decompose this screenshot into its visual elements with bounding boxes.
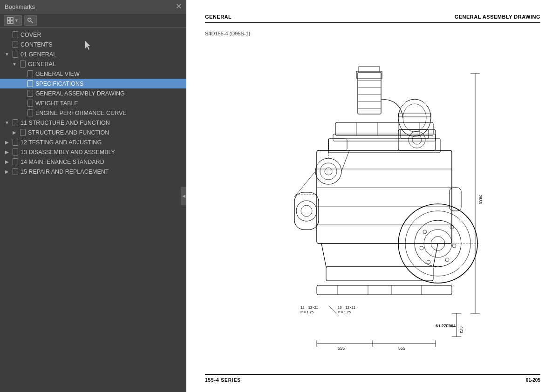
bookmark-item-structure-function-sub[interactable]: STRUCTURE AND FUNCTION (0, 128, 186, 137)
svg-point-62 (320, 163, 337, 180)
bookmark-label-general-assembly-drawing: GENERAL ASSEMBLY DRAWING (35, 90, 125, 97)
bookmark-label-general-sub: GENERAL (28, 61, 56, 68)
bookmark-label-cover: COVER (20, 32, 41, 38)
svg-rect-71 (450, 188, 461, 211)
svg-point-58 (427, 260, 430, 264)
bookmark-icon-specifications (27, 80, 33, 87)
bookmark-icon-engine-performance-curve (27, 109, 33, 116)
bookmark-item-general-sub[interactable]: GENERAL (0, 59, 186, 69)
grid-icon (7, 17, 14, 24)
bookmark-label-general-view: GENERAL VIEW (35, 71, 80, 77)
document-view: GENERAL GENERAL ASSEMBLY DRAWING S4D155-… (186, 0, 559, 392)
bookmark-item-weight-table[interactable]: WEIGHT TABLE (0, 98, 186, 108)
doc-drawing-area: 2833 472 555 555 (205, 42, 540, 371)
bookmark-item-engine-performance-curve[interactable]: ENGINE PERFORMANCE CURVE (0, 108, 186, 118)
svg-point-48 (301, 205, 312, 216)
svg-text:555: 555 (398, 346, 405, 351)
bookmark-icon-cover (13, 31, 18, 38)
svg-text:2833: 2833 (478, 195, 483, 204)
svg-rect-2 (7, 21, 10, 23)
close-button[interactable]: ✕ (176, 3, 182, 10)
bookmark-item-11-structure-function[interactable]: 11 STRUCTURE AND FUNCTION (0, 118, 186, 128)
svg-text:P = 1.75: P = 1.75 (338, 310, 351, 314)
bookmarks-panel: Bookmarks ✕ ▼ COVERCONTENTS0 (0, 0, 186, 392)
doc-footer-series: 155-4 SERIES (205, 378, 241, 383)
panel-collapse-handle[interactable] (181, 187, 186, 205)
svg-rect-41 (335, 122, 433, 135)
svg-rect-1 (11, 18, 13, 20)
bookmark-item-01-general[interactable]: 01 GENERAL (0, 49, 186, 59)
bookmark-arrow-14-maintenance-standard (4, 159, 10, 164)
panel-toolbar: ▼ (0, 14, 186, 28)
bookmark-label-01-general: 01 GENERAL (20, 51, 56, 58)
bookmark-item-14-maintenance-standard[interactable]: 14 MAINTENANCE STANDARD (0, 157, 186, 167)
bookmark-item-cover[interactable]: COVER (0, 30, 186, 40)
bookmark-label-14-maintenance-standard: 14 MAINTENANCE STANDARD (20, 159, 104, 165)
svg-line-5 (31, 21, 33, 23)
bookmark-icon-11-structure-function (13, 119, 18, 126)
bookmark-tree: COVERCONTENTS01 GENERALGENERALGENERAL VI… (0, 28, 186, 392)
bookmark-arrow-general-sub (11, 61, 18, 67)
svg-text:16 – 12×21: 16 – 12×21 (338, 305, 355, 310)
bookmark-label-13-disassembly-assembly: 13 DISASSEMBLY AND ASSEMBLY (20, 149, 115, 155)
bookmark-label-engine-performance-curve: ENGINE PERFORMANCE CURVE (35, 110, 127, 116)
bookmark-arrow-13-disassembly-assembly (4, 149, 10, 155)
bookmark-label-15-repair-replacement: 15 REPAIR AND REPLACEMENT (20, 169, 109, 175)
svg-point-69 (409, 131, 425, 148)
bookmark-icon-weight-table (27, 100, 33, 107)
search-bookmark-button[interactable] (24, 15, 37, 26)
bookmark-icon-contents (13, 41, 18, 48)
bookmark-icon-13-disassembly-assembly (13, 149, 18, 155)
doc-footer-page: 01-205 (526, 378, 540, 383)
svg-point-61 (315, 158, 341, 184)
svg-point-56 (452, 244, 456, 248)
svg-point-31 (403, 104, 426, 132)
bookmark-label-contents: CONTENTS (20, 41, 53, 48)
bookmark-label-12-testing-adjusting: 12 TESTING AND ADJUSTING (20, 139, 102, 146)
svg-point-60 (423, 230, 427, 234)
svg-point-59 (420, 246, 423, 250)
svg-line-65 (294, 171, 315, 197)
svg-text:12 – 12×21: 12 – 12×21 (300, 305, 318, 310)
svg-text:6 I 27F004: 6 I 27F004 (436, 324, 456, 328)
svg-point-30 (398, 99, 431, 136)
document-page: GENERAL GENERAL ASSEMBLY DRAWING S4D155-… (186, 0, 559, 392)
bookmark-icon-12-testing-adjusting (13, 139, 18, 146)
svg-line-66 (341, 150, 349, 171)
svg-rect-3 (11, 21, 13, 23)
bookmark-arrow-11-structure-function (4, 120, 10, 125)
svg-rect-34 (317, 150, 452, 243)
expand-collapse-button[interactable]: ▼ (4, 15, 22, 26)
bookmark-icon-14-maintenance-standard (13, 158, 18, 165)
doc-footer: 155-4 SERIES 01-205 (205, 374, 540, 383)
bookmark-icon-01-general (13, 51, 18, 58)
bookmark-item-13-disassembly-assembly[interactable]: 13 DISASSEMBLY AND ASSEMBLY (0, 147, 186, 157)
svg-rect-0 (7, 18, 10, 20)
svg-text:555: 555 (338, 346, 345, 351)
bookmark-item-12-testing-adjusting[interactable]: 12 TESTING AND ADJUSTING (0, 137, 186, 147)
bookmark-label-11-structure-function: 11 STRUCTURE AND FUNCTION (20, 120, 110, 126)
bookmark-arrow-15-repair-replacement (4, 169, 10, 174)
bookmark-label-structure-function-sub: STRUCTURE AND FUNCTION (28, 129, 109, 136)
bookmark-item-contents[interactable]: CONTENTS (0, 40, 186, 49)
bookmark-item-general-view[interactable]: GENERAL VIEW (0, 69, 186, 79)
bookmark-icon-general-assembly-drawing (27, 90, 33, 97)
bookmark-icon-general-sub (20, 61, 26, 68)
bookmark-arrow-12-testing-adjusting (4, 140, 10, 145)
svg-rect-46 (294, 192, 319, 230)
bookmark-item-general-assembly-drawing[interactable]: GENERAL ASSEMBLY DRAWING (0, 88, 186, 98)
panel-header: Bookmarks ✕ (0, 0, 186, 14)
bookmark-label-specifications: SPECIFICATIONS (35, 81, 83, 87)
svg-rect-67 (328, 139, 347, 150)
search-icon (27, 17, 34, 24)
doc-header: GENERAL GENERAL ASSEMBLY DRAWING (205, 14, 540, 23)
doc-header-left: GENERAL (205, 14, 232, 20)
svg-rect-68 (398, 129, 436, 150)
svg-point-4 (28, 18, 31, 21)
svg-text:472: 472 (459, 326, 464, 333)
bookmark-item-specifications[interactable]: SPECIFICATIONS (0, 79, 186, 88)
bookmark-item-15-repair-replacement[interactable]: 15 REPAIR AND REPLACEMENT (0, 167, 186, 176)
bookmark-icon-general-view (27, 70, 33, 77)
bookmark-label-weight-table: WEIGHT TABLE (35, 100, 78, 107)
panel-title: Bookmarks (5, 3, 35, 10)
